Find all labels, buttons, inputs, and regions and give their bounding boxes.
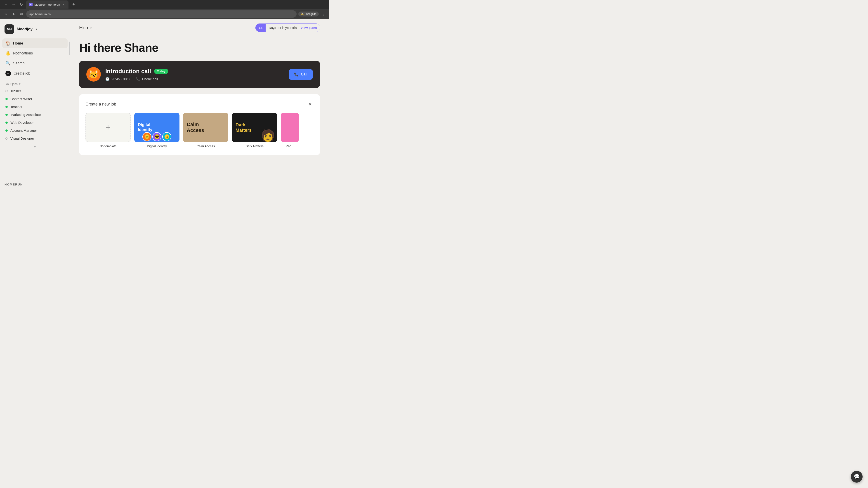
trial-cta-link[interactable]: View plans [301, 24, 320, 32]
trial-badge: 14 Days left in your trial View plans [255, 24, 320, 32]
menu-button[interactable]: ⋮ [320, 11, 327, 17]
plus-icon: + [105, 123, 110, 132]
incognito-label: Incognito [305, 12, 316, 15]
create-job-section: Create a new job ✕ + No template Dig [79, 94, 320, 155]
intro-details: 🕐 23:45 - 00:00 📞 Phone call [105, 77, 284, 81]
template-card-calm-access[interactable]: CalmAccess Calm Access [183, 113, 228, 148]
digital-identity-title: DigitalIdentity [138, 123, 152, 132]
job-status-teacher [5, 106, 8, 108]
intro-info: Introduction call Today 🕐 23:45 - 00:00 … [105, 68, 284, 81]
job-label-web-developer: Web Developer [10, 121, 34, 125]
intro-type: Phone call [142, 77, 158, 81]
sidebar: MM Moodjoy ▾ 🏠 Home 🔔 Notifications 🔍 Se… [0, 19, 70, 190]
org-dropdown-arrow[interactable]: ▾ [36, 28, 37, 31]
toolbar-left-actions: ☆ ⬇ ⧉ [3, 11, 24, 17]
top-bar: Home 14 Days left in your trial View pla… [70, 19, 329, 36]
job-label-visual-designer: Visual Designer [10, 136, 34, 140]
template-label-digital-identity: Digital Identity [134, 144, 180, 148]
template-label-race: Rac... [281, 144, 299, 148]
sidebar-item-create-job[interactable]: + Create job [2, 68, 68, 78]
search-icon: 🔍 [5, 61, 10, 66]
clock-icon: 🕐 [105, 77, 110, 81]
org-avatar: MM [4, 24, 14, 34]
job-item-content-writer[interactable]: Content Writer [2, 95, 68, 103]
new-tab-button[interactable]: + [70, 1, 76, 8]
sidebar-scrollbar[interactable] [68, 19, 70, 190]
job-label-marketing-associate: Marketing Associate [10, 113, 41, 117]
download-button[interactable]: ⬇ [10, 11, 17, 17]
job-item-teacher[interactable]: Teacher [2, 103, 68, 111]
create-job-close-button[interactable]: ✕ [307, 101, 314, 108]
sidebar-item-home-label: Home [13, 41, 23, 45]
face-1: 😊 [143, 132, 151, 141]
sidebar-scroll-down[interactable]: ▾ [0, 144, 70, 150]
intro-title: Introduction call [105, 68, 151, 75]
calm-title: CalmAccess [187, 122, 204, 133]
browser-chrome: ← → ↻ H Moodjoy · Homerun ✕ + [0, 0, 329, 9]
job-item-account-manager[interactable]: Account Manager [2, 127, 68, 134]
home-icon: 🏠 [5, 41, 10, 46]
address-bar[interactable]: app.homerun.co [26, 10, 297, 18]
calm-access-thumb: CalmAccess [183, 113, 228, 142]
sidebar-item-search-label: Search [13, 61, 25, 65]
split-view-button[interactable]: ⧉ [18, 11, 24, 17]
scrollbar-thumb [69, 41, 70, 55]
sidebar-nav: 🏠 Home 🔔 Notifications 🔍 Search + Create… [0, 38, 70, 78]
browser-controls: ← → ↻ [3, 1, 24, 8]
trial-days-number: 14 [255, 24, 266, 32]
template-grid: + No template DigitalIdentity 😊 😎 🙂 [86, 113, 314, 148]
call-button[interactable]: 📞 Call [289, 69, 313, 80]
trial-text: Days left in your trial [266, 24, 301, 32]
job-label-teacher: Teacher [10, 105, 22, 109]
template-card-race[interactable]: Rac... [281, 113, 299, 148]
template-card-dark-matters[interactable]: DarkMatters 🧑 Dark Matters [232, 113, 277, 148]
sidebar-item-notifications[interactable]: 🔔 Notifications [2, 48, 68, 58]
forward-button[interactable]: → [10, 1, 17, 8]
sidebar-item-search[interactable]: 🔍 Search [2, 58, 68, 68]
job-item-marketing-associate[interactable]: Marketing Associate [2, 111, 68, 119]
tab-title: Moodjoy · Homerun [34, 3, 60, 6]
job-status-content-writer [5, 98, 8, 100]
your-jobs-section[interactable]: Your jobs ▾ [0, 78, 70, 87]
face-3: 🙂 [162, 132, 171, 141]
job-label-trainer: Trainer [10, 89, 21, 93]
template-card-no-template[interactable]: + No template [86, 113, 131, 148]
sidebar-header: MM Moodjoy ▾ [0, 19, 70, 38]
browser-tab[interactable]: H Moodjoy · Homerun ✕ [26, 0, 68, 8]
tab-close-button[interactable]: ✕ [62, 2, 66, 6]
job-item-trainer[interactable]: Trainer [2, 87, 68, 95]
job-status-marketing-associate [5, 113, 8, 116]
race-thumb [281, 113, 299, 142]
create-job-title: Create a new job [86, 102, 116, 107]
bookmark-button[interactable]: ☆ [3, 11, 9, 17]
template-label-calm-access: Calm Access [183, 144, 228, 148]
intro-card: 😺 Introduction call Today 🕐 23:45 - 00:0… [79, 61, 320, 88]
main-content: Home 14 Days left in your trial View pla… [70, 19, 329, 190]
create-job-header: Create a new job ✕ [86, 101, 314, 108]
job-status-visual-designer [5, 137, 8, 140]
job-status-web-developer [5, 122, 8, 124]
job-item-web-developer[interactable]: Web Developer [2, 119, 68, 127]
address-text: app.homerun.co [29, 12, 51, 16]
template-label-dark-matters: Dark Matters [232, 144, 277, 148]
content-area: Hi there Shane 😺 Introduction call Today… [70, 36, 329, 164]
call-btn-icon: 📞 [294, 72, 299, 76]
back-button[interactable]: ← [3, 1, 9, 8]
call-btn-label: Call [301, 72, 307, 76]
reload-button[interactable]: ↻ [18, 1, 24, 8]
dark-figure: 🧑 [261, 129, 275, 142]
sidebar-item-home[interactable]: 🏠 Home [2, 38, 68, 48]
intro-title-row: Introduction call Today [105, 68, 284, 75]
job-item-visual-designer[interactable]: Visual Designer [2, 134, 68, 142]
org-name: Moodjoy [17, 27, 33, 31]
digital-identity-thumb: DigitalIdentity 😊 😎 🙂 [134, 113, 180, 142]
today-badge: Today [154, 69, 168, 74]
your-jobs-label: Your jobs [5, 82, 18, 86]
job-status-account-manager [5, 129, 8, 132]
template-card-digital-identity[interactable]: DigitalIdentity 😊 😎 🙂 Digital Identity [134, 113, 180, 148]
notifications-icon: 🔔 [5, 51, 10, 56]
face-2: 😎 [152, 132, 161, 141]
job-label-account-manager: Account Manager [10, 129, 37, 132]
dark-title: DarkMatters [236, 122, 252, 133]
browser-toolbar: ☆ ⬇ ⧉ app.homerun.co 🕵 Incognito ⋮ [0, 9, 329, 19]
